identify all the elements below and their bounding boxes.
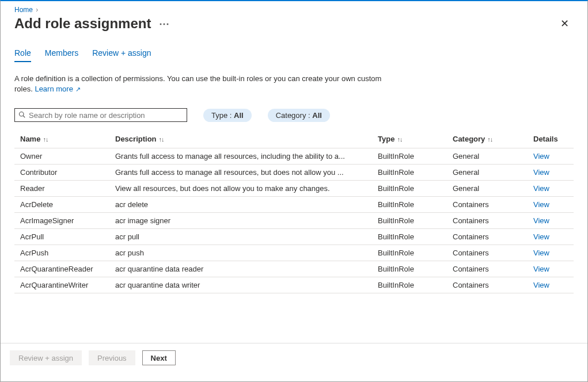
breadcrumb-home[interactable]: Home: [14, 6, 33, 14]
filter-type-value: All: [234, 111, 244, 120]
review-assign-button: Review + assign: [10, 350, 82, 365]
cell-type: BuiltInRole: [378, 232, 453, 241]
more-actions-icon[interactable]: ⋯: [151, 17, 169, 30]
view-link[interactable]: View: [533, 184, 549, 193]
cell-description: acr push: [115, 249, 378, 257]
table-row[interactable]: AcrQuarantineReaderacr quarantine data r…: [14, 261, 574, 277]
tab-role[interactable]: Role: [14, 48, 31, 62]
cell-type: BuiltInRole: [378, 281, 453, 289]
view-link[interactable]: View: [533, 216, 549, 225]
sort-icon: ↑↓: [487, 136, 492, 143]
cell-name: AcrPush: [20, 249, 115, 257]
filter-type-label: Type :: [211, 111, 234, 120]
search-icon: [18, 111, 25, 120]
chevron-right-icon: ›: [35, 6, 39, 14]
cell-category: General: [453, 152, 533, 161]
table-row[interactable]: AcrImageSigneracr image signerBuiltInRol…: [14, 213, 574, 229]
cell-type: BuiltInRole: [378, 168, 453, 177]
cell-details: View: [533, 265, 568, 273]
cell-details: View: [533, 232, 568, 241]
cell-details: View: [533, 216, 568, 225]
next-button[interactable]: Next: [142, 350, 176, 365]
cell-category: Containers: [453, 232, 533, 241]
search-field[interactable]: [28, 110, 183, 120]
cell-category: Containers: [453, 200, 533, 209]
cell-details: View: [533, 281, 568, 289]
filter-category-pill[interactable]: Category : All: [268, 109, 330, 122]
view-link[interactable]: View: [533, 200, 549, 209]
page-title-text: Add role assignment: [14, 16, 151, 32]
col-type[interactable]: Type↑↓: [378, 135, 453, 143]
table-row[interactable]: ContributorGrants full access to manage …: [14, 165, 574, 181]
tab-members[interactable]: Members: [45, 48, 78, 62]
sort-icon: ↑↓: [43, 136, 48, 143]
filter-category-value: All: [312, 111, 322, 120]
content-scroll[interactable]: RoleMembersReview + assign A role defini…: [1, 38, 587, 343]
cell-description: Grants full access to manage all resourc…: [115, 152, 378, 161]
cell-description: acr quarantine data reader: [115, 265, 378, 273]
cell-name: Owner: [20, 152, 115, 161]
cell-description: acr quarantine data writer: [115, 281, 378, 289]
cell-category: General: [453, 168, 533, 177]
roles-table: Name↑↓ Description↑↓ Type↑↓ Category↑↓ D…: [14, 130, 574, 293]
table-row[interactable]: AcrDeleteacr deleteBuiltInRoleContainers…: [14, 197, 574, 213]
cell-name: AcrDelete: [20, 200, 115, 209]
cell-description: acr delete: [115, 200, 378, 209]
learn-more-label: Learn more: [35, 85, 73, 93]
cell-description: acr image signer: [115, 216, 378, 225]
view-link[interactable]: View: [533, 152, 549, 161]
breadcrumb: Home ›: [1, 1, 587, 14]
view-link[interactable]: View: [533, 249, 549, 257]
cell-name: AcrImageSigner: [20, 216, 115, 225]
cell-category: Containers: [453, 216, 533, 225]
table-body: OwnerGrants full access to manage all re…: [14, 148, 574, 293]
cell-details: View: [533, 168, 568, 177]
col-category[interactable]: Category↑↓: [453, 135, 533, 143]
previous-button: Previous: [89, 350, 135, 365]
cell-name: AcrPull: [20, 232, 115, 241]
cell-description: acr pull: [115, 232, 378, 241]
cell-type: BuiltInRole: [378, 265, 453, 273]
wizard-footer: Review + assign Previous Next: [1, 343, 587, 372]
filter-type-pill[interactable]: Type : All: [203, 109, 252, 122]
horizontal-scrollbar[interactable]: [1, 372, 587, 381]
cell-type: BuiltInRole: [378, 249, 453, 257]
description: A role definition is a collection of per…: [14, 62, 383, 94]
cell-category: Containers: [453, 249, 533, 257]
view-link[interactable]: View: [533, 168, 549, 177]
tab-review-assign[interactable]: Review + assign: [92, 48, 151, 62]
svg-line-1: [23, 116, 25, 117]
col-name[interactable]: Name↑↓: [20, 135, 115, 143]
learn-more-link[interactable]: Learn more ↗: [35, 85, 80, 93]
cell-category: General: [453, 184, 533, 193]
table-header: Name↑↓ Description↑↓ Type↑↓ Category↑↓ D…: [14, 130, 574, 148]
sort-icon: ↑↓: [159, 136, 164, 143]
close-icon[interactable]: ✕: [556, 15, 574, 32]
cell-type: BuiltInRole: [378, 152, 453, 161]
cell-category: Containers: [453, 265, 533, 273]
cell-name: Reader: [20, 184, 115, 193]
filter-category-label: Category :: [276, 111, 313, 120]
cell-name: Contributor: [20, 168, 115, 177]
col-description[interactable]: Description↑↓: [115, 135, 378, 143]
cell-category: Containers: [453, 281, 533, 289]
table-row[interactable]: AcrPushacr pushBuiltInRoleContainersView: [14, 245, 574, 261]
page-title: Add role assignment ⋯: [14, 16, 169, 32]
sort-icon: ↑↓: [397, 136, 402, 143]
table-row[interactable]: AcrPullacr pullBuiltInRoleContainersView: [14, 229, 574, 245]
cell-details: View: [533, 152, 568, 161]
table-row[interactable]: AcrQuarantineWriteracr quarantine data w…: [14, 277, 574, 293]
view-link[interactable]: View: [533, 265, 549, 273]
cell-description: Grants full access to manage all resourc…: [115, 168, 378, 177]
table-row[interactable]: ReaderView all resources, but does not a…: [14, 181, 574, 197]
cell-type: BuiltInRole: [378, 200, 453, 209]
view-link[interactable]: View: [533, 232, 549, 241]
col-details: Details: [533, 135, 568, 143]
cell-details: View: [533, 249, 568, 257]
tabs: RoleMembersReview + assign: [14, 38, 574, 62]
cell-name: AcrQuarantineWriter: [20, 281, 115, 289]
view-link[interactable]: View: [533, 281, 549, 289]
table-row[interactable]: OwnerGrants full access to manage all re…: [14, 148, 574, 165]
cell-type: BuiltInRole: [378, 184, 453, 193]
search-input[interactable]: [14, 108, 187, 122]
